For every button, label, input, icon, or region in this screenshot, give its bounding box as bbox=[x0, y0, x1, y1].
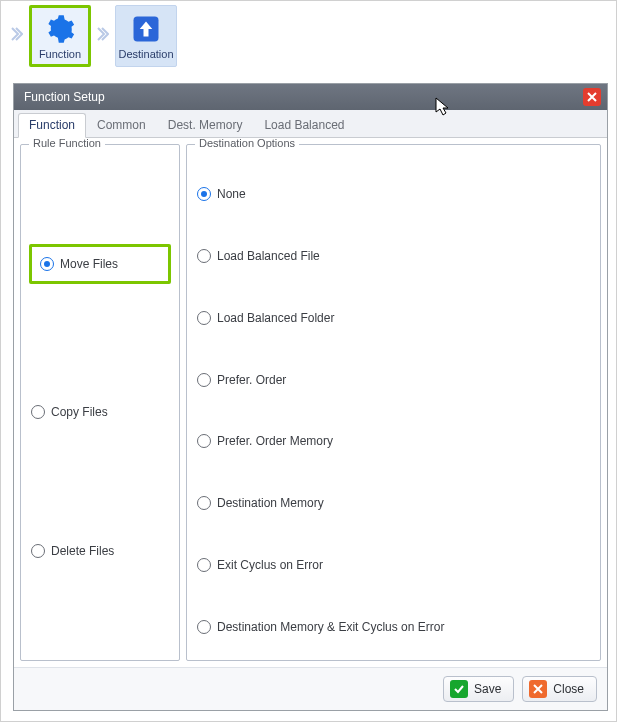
function-toolbar-button[interactable]: Function bbox=[29, 5, 91, 67]
radio-exit-cyclus[interactable]: Exit Cyclus on Error bbox=[195, 540, 592, 590]
save-button[interactable]: Save bbox=[443, 676, 514, 702]
radio-label: Delete Files bbox=[51, 544, 114, 558]
dialog-titlebar: Function Setup bbox=[14, 84, 607, 110]
dialog-close-button[interactable] bbox=[583, 88, 601, 106]
radio-prefer-order-memory[interactable]: Prefer. Order Memory bbox=[195, 417, 592, 467]
radio-lb-folder[interactable]: Load Balanced Folder bbox=[195, 293, 592, 343]
radio-icon bbox=[197, 373, 211, 387]
radio-label: Prefer. Order bbox=[217, 373, 286, 387]
radio-icon bbox=[197, 187, 211, 201]
button-label: Save bbox=[474, 682, 501, 696]
radio-label: Load Balanced Folder bbox=[217, 311, 334, 325]
gear-icon bbox=[43, 12, 77, 46]
tab-function[interactable]: Function bbox=[18, 113, 86, 138]
destination-options-group: Destination Options None Load Balanced F… bbox=[186, 144, 601, 661]
dialog-body: Rule Function Move Files Copy Files Dele… bbox=[14, 138, 607, 667]
group-legend: Rule Function bbox=[29, 138, 105, 149]
radio-icon bbox=[197, 558, 211, 572]
close-icon bbox=[529, 680, 547, 698]
close-icon bbox=[587, 92, 597, 102]
radio-delete-files[interactable]: Delete Files bbox=[29, 540, 171, 562]
radio-icon bbox=[197, 434, 211, 448]
tab-common[interactable]: Common bbox=[86, 113, 157, 138]
radio-label: Destination Memory bbox=[217, 496, 324, 510]
close-button[interactable]: Close bbox=[522, 676, 597, 702]
radio-icon bbox=[197, 311, 211, 325]
radio-dest-mem-exit[interactable]: Destination Memory & Exit Cyclus on Erro… bbox=[195, 602, 592, 652]
upload-icon bbox=[129, 12, 163, 46]
dialog-title: Function Setup bbox=[24, 90, 105, 104]
radio-icon bbox=[197, 496, 211, 510]
radio-label: Prefer. Order Memory bbox=[217, 434, 333, 448]
highlighted-option: Move Files bbox=[29, 244, 171, 284]
radio-dest-memory[interactable]: Destination Memory bbox=[195, 478, 592, 528]
dialog-tabs: Function Common Dest. Memory Load Balanc… bbox=[14, 110, 607, 138]
check-icon bbox=[450, 680, 468, 698]
radio-label: Copy Files bbox=[51, 405, 108, 419]
radio-icon bbox=[31, 544, 45, 558]
radio-lb-file[interactable]: Load Balanced File bbox=[195, 231, 592, 281]
radio-label: Destination Memory & Exit Cyclus on Erro… bbox=[217, 620, 444, 634]
radio-icon bbox=[197, 249, 211, 263]
radio-label: Exit Cyclus on Error bbox=[217, 558, 323, 572]
chevron-icon bbox=[11, 26, 23, 47]
dialog-footer: Save Close bbox=[14, 667, 607, 710]
top-toolbar: Function Destination bbox=[1, 1, 616, 73]
toolbar-button-label: Destination bbox=[118, 48, 173, 60]
function-setup-dialog: Function Setup Function Common Dest. Mem… bbox=[13, 83, 608, 711]
radio-prefer-order[interactable]: Prefer. Order bbox=[195, 355, 592, 405]
chevron-icon bbox=[97, 26, 109, 47]
tab-load-balanced[interactable]: Load Balanced bbox=[253, 113, 355, 138]
tab-dest-memory[interactable]: Dest. Memory bbox=[157, 113, 254, 138]
radio-move-files[interactable]: Move Files bbox=[38, 253, 120, 275]
radio-icon bbox=[40, 257, 54, 271]
rule-function-group: Rule Function Move Files Copy Files Dele… bbox=[20, 144, 180, 661]
radio-label: Move Files bbox=[60, 257, 118, 271]
radio-label: Load Balanced File bbox=[217, 249, 320, 263]
radio-icon bbox=[197, 620, 211, 634]
group-legend: Destination Options bbox=[195, 138, 299, 149]
destination-toolbar-button[interactable]: Destination bbox=[115, 5, 177, 67]
radio-icon bbox=[31, 405, 45, 419]
radio-label: None bbox=[217, 187, 246, 201]
radio-copy-files[interactable]: Copy Files bbox=[29, 401, 171, 423]
button-label: Close bbox=[553, 682, 584, 696]
radio-dest-none[interactable]: None bbox=[195, 169, 592, 219]
toolbar-button-label: Function bbox=[39, 48, 81, 60]
